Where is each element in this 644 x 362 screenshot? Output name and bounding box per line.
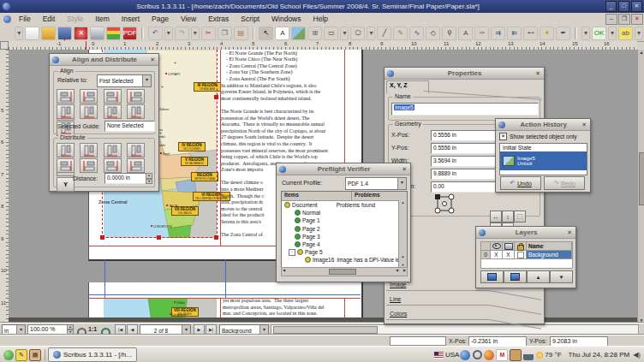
flip-horizontal-button[interactable]: ↔ [490,211,502,223]
pdf-tools-menu-arrow[interactable]: ▾ [581,27,590,40]
layer-lock-checkbox[interactable] [515,251,527,259]
open-document-button[interactable] [41,27,56,40]
close-icon[interactable]: ✕ [150,56,155,63]
lower-layer-button[interactable]: ▼ [550,270,573,283]
canvas-vertical-scrollbar[interactable]: ▲ ▼ [637,50,644,323]
pdf-push-button-arrow[interactable]: ▾ [608,27,617,40]
layer-visible-checkbox[interactable]: X [491,251,503,259]
menu-item[interactable]: Page [146,15,175,23]
keyboard-layout-label[interactable]: USA [445,351,459,359]
distribute-gaps-h-button[interactable] [104,143,122,157]
zoom-level-input[interactable]: 100.00 % [27,324,69,335]
distribute-bottom-button[interactable] [127,158,145,173]
edit-contents-button[interactable]: A [458,27,473,40]
layers-table[interactable]: Name 0 X X Background [480,241,573,269]
zoom-spinner[interactable]: ▴▾ [67,324,74,335]
preflight-verifier-button[interactable] [106,27,121,40]
taskbar-window-button[interactable]: Scribus 1.3.3.11 - [/h... [48,347,137,362]
history-list[interactable]: Initial State Image5 Unlock [499,143,587,175]
child-restore-button[interactable]: ❐ [618,14,630,25]
toolbar-overflow-arrow[interactable]: ▾ [15,27,23,40]
profile-select[interactable]: PDF 1.4▾ [345,177,407,190]
selection-handle[interactable] [214,235,218,240]
bezier-curve-button[interactable]: ∿ [409,27,424,40]
distribute-center-h-button[interactable] [80,143,98,157]
scroll-up-arrow[interactable]: ▲ [399,200,407,205]
close-icon[interactable]: ✕ [535,70,540,77]
menu-launcher-icon[interactable] [3,350,14,360]
vertical-guide[interactable] [225,259,226,298]
distance-spinner[interactable]: ▴▾ [146,173,152,184]
align-top-button[interactable] [80,104,98,119]
raise-layer-button[interactable]: ▲ [527,270,550,283]
menu-item[interactable]: View [175,15,202,23]
redo-menu-arrow[interactable]: ▾ [191,27,200,40]
show-selected-checkbox[interactable]: ✕ Show selected object only [499,133,577,140]
rotate-item-button[interactable]: ◇ [426,27,440,40]
freehand-line-button[interactable]: ✎ [393,27,408,40]
distance-input[interactable]: 0.0000 in [104,173,147,184]
tray-icon-globe[interactable] [460,350,470,360]
pdf-field-menu-arrow[interactable]: ▾ [635,27,643,40]
menu-item[interactable]: Script [235,15,265,23]
undo-menu-arrow[interactable]: ▾ [164,27,173,40]
insert-table-button[interactable]: ⊞ [307,27,322,40]
preflight-row[interactable]: Page 1 [282,217,407,224]
scroll-up-arrow[interactable]: ▲ [638,50,644,56]
cut-button[interactable]: ✂ [201,27,216,40]
minimize-window-button[interactable]: _ [605,1,617,12]
history-item-initial[interactable]: Initial State [500,144,587,151]
polygon-menu-arrow[interactable]: ▾ [367,27,375,40]
chevron-down-icon[interactable]: ▾ [142,75,151,86]
add-layer-button[interactable] [480,270,504,283]
preflight-row[interactable]: Document Problems found [282,201,407,209]
redo-button[interactable]: ↷ Redo [544,176,585,190]
preflight-vscrollbar[interactable]: ▲ ▲ ▼ [398,200,407,267]
horizontal-guide[interactable] [88,294,361,295]
insert-text-frame-button[interactable]: A [275,27,289,40]
checkbox-icon[interactable]: ✕ [499,133,507,140]
layer-print-checkbox[interactable]: X [503,251,515,259]
undo-button[interactable]: ↶ Undo [500,176,541,190]
preflight-row[interactable]: - Page 5 [282,248,407,256]
selection-handle[interactable] [214,95,218,99]
close-icon[interactable]: ✕ [402,166,407,173]
basepoint-selector[interactable] [434,193,455,214]
tab-xyz[interactable]: X, Y, Z [386,80,429,93]
properties-section-header[interactable]: Colors [385,311,544,323]
unlink-text-frames-button[interactable]: ⇇ [507,27,522,40]
clock[interactable]: Thu Jul 24, 8:28 PM [569,351,630,359]
insert-line-button[interactable]: ╱ [377,27,391,40]
layer-row-name[interactable]: Background [527,251,572,259]
column-header-problems[interactable]: Problems [352,192,380,200]
redo-button[interactable]: ↷ [175,27,189,40]
insert-shape-button[interactable]: ▭ [324,27,338,40]
package-app-icon[interactable]: ▤ [29,349,41,361]
align-dialog-titlebar[interactable]: Align and Distribute ✕ [50,54,158,66]
align-left-out-button[interactable] [57,89,75,104]
flip-vertical-button[interactable]: ↕ [502,211,514,223]
text-frame-page2[interactable]: yet most populous area. The three larges… [223,298,349,317]
menu-item[interactable]: Edit [37,15,62,23]
preflight-row[interactable]: Page 2 [282,225,407,233]
print-column-header[interactable] [503,242,515,251]
story-editor-button[interactable]: ✑ [474,27,489,40]
keyboard-layout-flag-icon[interactable] [434,352,444,359]
scrollbar-thumb[interactable] [273,326,378,334]
delete-layer-button[interactable]: ✕ [504,270,527,283]
eye-dropper-button[interactable]: ✒ [556,27,570,40]
close-window-button[interactable]: ✕ [631,1,642,12]
preflight-row[interactable]: Page 4 [282,240,407,248]
insert-polygon-button[interactable]: ⬠ [350,27,365,40]
measurements-button[interactable]: ⊷ [523,27,538,40]
preflight-table[interactable]: Items Problems Document Problems found N… [281,191,408,268]
distribute-y-button[interactable]: Y [57,177,75,192]
distribute-center-v-button[interactable] [80,158,98,173]
action-history-titlebar[interactable]: Action History ✕ [496,119,590,131]
chevron-down-icon[interactable]: ▾ [397,178,406,189]
preflight-row[interactable]: Page 3 [282,233,407,240]
close-button[interactable]: ✕ [74,27,88,40]
properties-section-header[interactable]: Line [385,296,544,308]
copy-button[interactable]: ❐ [218,27,232,40]
link-text-frames-button[interactable]: ⇉ [491,27,505,40]
